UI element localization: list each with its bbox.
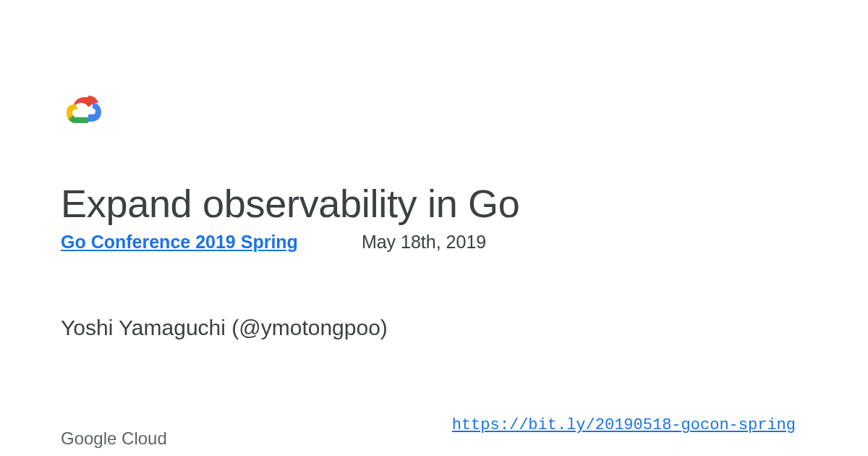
footer-google: Google [61, 428, 116, 448]
short-link[interactable]: https://bit.ly/20190518-gocon-spring [452, 416, 796, 434]
conference-link[interactable]: Go Conference 2019 Spring [61, 232, 298, 253]
slide-title: Expand observability in Go [61, 181, 520, 226]
google-cloud-logo-icon [61, 93, 104, 127]
speaker-name: Yoshi Yamaguchi (@ymotongpoo) [61, 316, 388, 340]
conference-date: May 18th, 2019 [362, 232, 486, 253]
subtitle-row: Go Conference 2019 Spring May 18th, 2019 [61, 232, 486, 253]
footer-cloud: Cloud [116, 428, 166, 448]
google-cloud-text-logo: Google Cloud [61, 428, 167, 449]
